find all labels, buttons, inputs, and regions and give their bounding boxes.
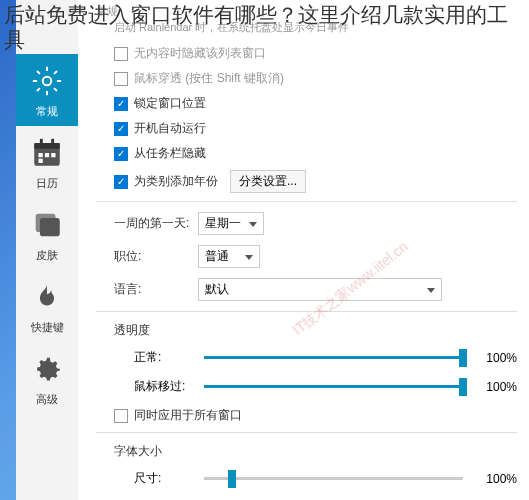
slider-row-size: 尺寸: 100% <box>96 470 517 487</box>
window-icon <box>28 206 66 244</box>
cb-label: 开机自动运行 <box>134 120 206 137</box>
row-language: 语言: 默认 <box>96 278 517 301</box>
flame-icon <box>28 278 66 316</box>
cb-row-autostart[interactable]: 开机自动运行 <box>96 120 517 137</box>
checkbox-year-category[interactable] <box>114 175 128 189</box>
slider-thumb[interactable] <box>459 349 467 367</box>
svg-rect-4 <box>45 153 49 157</box>
slider-thumb[interactable] <box>459 378 467 396</box>
sidebar-item-general[interactable]: 常规 <box>16 54 78 126</box>
svg-rect-3 <box>39 153 43 157</box>
svg-rect-2 <box>34 143 60 149</box>
slider-hover[interactable] <box>204 385 463 388</box>
svg-rect-8 <box>51 138 54 145</box>
svg-rect-6 <box>39 158 43 162</box>
sidebar-label-advanced: 高级 <box>36 392 58 407</box>
cb-label: 同时应用于所有窗口 <box>134 407 242 424</box>
divider <box>96 201 517 202</box>
slider-row-hover: 鼠标移过: 100% <box>96 378 517 395</box>
cb-label: 为类别添加年份 <box>134 173 218 190</box>
checkbox-apply-all[interactable] <box>114 409 128 423</box>
slider-value-hover: 100% <box>473 380 517 394</box>
checkbox-hide-no-content[interactable] <box>114 47 128 61</box>
sidebar-label-general: 常规 <box>36 104 58 119</box>
slider-label-size: 尺寸: <box>134 470 194 487</box>
sidebar: 常规 日历 皮肤 快捷键 高级 <box>16 0 78 500</box>
slider-value-size: 100% <box>473 472 517 486</box>
cb-row-hide-no-content[interactable]: 无内容时隐藏该列表窗口 <box>96 45 517 62</box>
cb-label: 无内容时隐藏该列表窗口 <box>134 45 266 62</box>
gear-icon <box>28 62 66 100</box>
slider-thumb[interactable] <box>228 470 236 488</box>
cb-row-lock-position[interactable]: 锁定窗口位置 <box>96 95 517 112</box>
cb-label: 锁定窗口位置 <box>134 95 206 112</box>
hint-text: 启动 Rainlendar 时，在系统托盘处显示今日事件 <box>96 20 517 35</box>
cb-row-hide-taskbar[interactable]: 从任务栏隐藏 <box>96 145 517 162</box>
cb-label: 从任务栏隐藏 <box>134 145 206 162</box>
divider <box>96 432 517 433</box>
label-position: 职位: <box>114 248 198 265</box>
slider-label-hover: 鼠标移过: <box>134 378 194 395</box>
fontsize-title: 字体大小 <box>114 443 517 460</box>
sidebar-label-hotkeys: 快捷键 <box>31 320 64 335</box>
cb-row-mouse-through[interactable]: 鼠标穿透 (按住 Shift 键取消) <box>96 70 517 87</box>
slider-label-normal: 正常: <box>134 349 194 366</box>
sidebar-label-calendar: 日历 <box>36 176 58 191</box>
svg-rect-5 <box>51 153 55 157</box>
select-position[interactable]: 普通 <box>198 245 260 268</box>
divider <box>96 311 517 312</box>
svg-rect-10 <box>40 217 60 235</box>
svg-point-0 <box>43 76 52 85</box>
row-week-start: 一周的第一天: 星期一 <box>96 212 517 235</box>
desktop-background <box>0 0 16 500</box>
cb-row-apply-all[interactable]: 同时应用于所有窗口 <box>96 407 517 424</box>
opacity-title: 透明度 <box>114 322 517 339</box>
select-week-start[interactable]: 星期一 <box>198 212 264 235</box>
checkbox-autostart[interactable] <box>114 122 128 136</box>
sidebar-item-advanced[interactable]: 高级 <box>16 342 78 414</box>
row-position: 职位: 普通 <box>96 245 517 268</box>
cb-row-year-category[interactable]: 为类别添加年份 分类设置... <box>96 170 517 193</box>
calendar-icon <box>28 134 66 172</box>
checkbox-mouse-through[interactable] <box>114 72 128 86</box>
sidebar-item-skin[interactable]: 皮肤 <box>16 198 78 270</box>
checkbox-hide-taskbar[interactable] <box>114 147 128 161</box>
sidebar-label-skin: 皮肤 <box>36 248 58 263</box>
svg-rect-7 <box>40 138 43 145</box>
slider-row-normal: 正常: 100% <box>96 349 517 366</box>
slider-value-normal: 100% <box>473 351 517 365</box>
sidebar-item-hotkeys[interactable]: 快捷键 <box>16 270 78 342</box>
category-settings-button[interactable]: 分类设置... <box>230 170 306 193</box>
settings-window: 常规 日历 皮肤 快捷键 高级 常规 启动 Ra <box>16 0 529 500</box>
section-title: 常规 <box>96 4 517 19</box>
slider-normal[interactable] <box>204 356 463 359</box>
select-language[interactable]: 默认 <box>198 278 442 301</box>
slider-size[interactable] <box>204 477 463 480</box>
cb-label: 鼠标穿透 (按住 Shift 键取消) <box>134 70 284 87</box>
label-week-start: 一周的第一天: <box>114 215 198 232</box>
cog-icon <box>28 350 66 388</box>
checkbox-lock-position[interactable] <box>114 97 128 111</box>
sidebar-item-calendar[interactable]: 日历 <box>16 126 78 198</box>
label-language: 语言: <box>114 281 198 298</box>
content-panel: 常规 启动 Rainlendar 时，在系统托盘处显示今日事件 无内容时隐藏该列… <box>78 0 529 500</box>
